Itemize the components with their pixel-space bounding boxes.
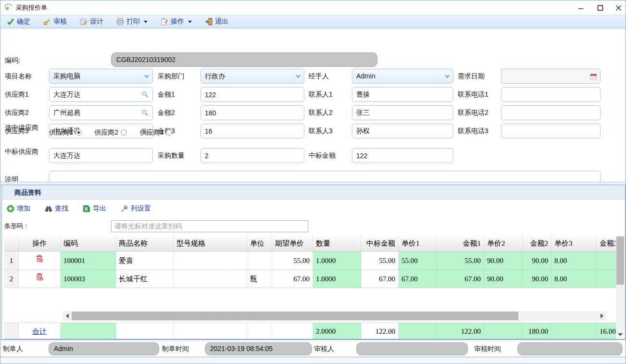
amount1-input[interactable] — [200, 87, 304, 102]
purchase-qty-input[interactable] — [200, 148, 304, 163]
cell-price3[interactable]: 8.00 — [551, 251, 597, 270]
supplier2-input[interactable] — [49, 105, 153, 120]
cell-amount2[interactable]: 90.00 — [523, 251, 551, 270]
col-header-win-amount[interactable]: 中标金额 — [361, 236, 399, 251]
find-button[interactable]: 查找 — [45, 204, 68, 213]
chevron-down-icon[interactable] — [295, 74, 301, 78]
print-dropdown-arrow-icon[interactable] — [144, 21, 148, 23]
handler-label: 经手人 — [309, 69, 329, 84]
add-row-button[interactable]: 增加 — [7, 204, 30, 213]
design-button[interactable]: 设计 — [80, 17, 103, 26]
col-header-name[interactable]: 商品名称 — [116, 236, 174, 251]
cell-code[interactable]: 100003 — [61, 270, 116, 288]
chevron-down-icon[interactable] — [144, 74, 150, 78]
trash-icon[interactable] — [36, 251, 44, 270]
cell-price2[interactable]: 90.00 — [484, 270, 523, 288]
contact3-input[interactable] — [352, 124, 453, 138]
col-header-price1[interactable]: 单价1 — [399, 236, 437, 251]
contact2-input[interactable] — [352, 105, 453, 120]
handler-combo[interactable]: Admin — [352, 69, 453, 84]
radio-option-supplier3[interactable]: 供应商3 — [140, 128, 173, 136]
cell-amount1[interactable]: 55.00 — [437, 251, 484, 270]
cell-win-amount: 55.00 — [361, 251, 399, 270]
audit-button[interactable]: 审核 — [43, 17, 67, 26]
cell-price3[interactable]: 8.00 — [551, 270, 597, 288]
title-bar: e 采购报价单 — [0, 0, 626, 15]
plus-circle-icon — [7, 205, 14, 213]
maximize-button[interactable] — [593, 2, 607, 13]
grid-scroll-left-button[interactable] — [63, 312, 72, 320]
grid-hscrollbar-thumb[interactable] — [72, 312, 518, 320]
col-header-qty[interactable]: 数量 — [313, 236, 361, 251]
col-header-unit[interactable]: 单位 — [247, 236, 272, 251]
magnifier-icon[interactable] — [141, 91, 149, 98]
radio-option-supplier2[interactable]: 供应商2 — [94, 128, 127, 136]
phone1-input[interactable] — [501, 87, 601, 102]
col-header-amount1[interactable]: 金额1 — [437, 236, 484, 251]
amount3-input[interactable] — [200, 124, 304, 138]
confirm-button[interactable]: 确定 — [7, 17, 30, 26]
action-dropdown-arrow-icon[interactable] — [188, 21, 192, 23]
cell-qty[interactable]: 1.0000 — [313, 270, 361, 288]
print-button[interactable]: 打印 — [116, 17, 148, 26]
radio-option-supplier1[interactable]: 供应商1 — [49, 128, 82, 136]
export-button[interactable]: 导出 — [83, 204, 106, 213]
cell-amount1[interactable]: 67.00 — [437, 270, 484, 288]
radio-supplier3[interactable] — [166, 129, 172, 136]
col-header-amount3[interactable]: 金额3 — [597, 236, 616, 251]
total-label-cell: 合计 — [19, 323, 61, 339]
col-header-op[interactable]: 操作 — [19, 236, 61, 251]
radio-supplier2[interactable] — [121, 129, 127, 136]
cell-amount3[interactable] — [597, 251, 616, 270]
grid-horizontal-scrollbar[interactable] — [63, 311, 606, 321]
exit-button[interactable]: 退出 — [205, 17, 228, 26]
total-amount1: 122.00 — [437, 323, 484, 339]
auditor-label: 审核人 — [314, 340, 334, 358]
col-header-code[interactable]: 编码 — [61, 236, 116, 251]
col-header-spec[interactable]: 型号规格 — [174, 236, 247, 251]
cell-price2[interactable]: 90.00 — [484, 251, 523, 270]
need-date-field[interactable] — [501, 69, 601, 84]
col-header-price2[interactable]: 单价2 — [484, 236, 523, 251]
selected-supplier-label: 选中供应商 — [5, 123, 45, 132]
project-combo[interactable]: 采购电脑 — [49, 69, 153, 84]
win-amount-input[interactable] — [352, 148, 453, 163]
bottom-strip — [0, 358, 626, 364]
cell-price1[interactable]: 55.00 — [399, 251, 437, 270]
total-link[interactable]: 合计 — [32, 327, 47, 335]
cell-amount3[interactable] — [597, 270, 616, 288]
cell-amount2[interactable]: 90.00 — [523, 270, 551, 288]
grid-vscrollbar-thumb[interactable] — [616, 237, 624, 285]
minimize-button[interactable] — [574, 2, 588, 13]
cell-qty[interactable]: 1.0000 — [313, 251, 361, 270]
action-button[interactable]: 操作 — [161, 17, 192, 26]
amount2-input[interactable] — [200, 105, 304, 120]
radio-supplier1[interactable] — [75, 129, 82, 136]
maker-field: Admin — [49, 342, 159, 355]
audit-time-label: 审核时间 — [474, 340, 501, 358]
supplier1-input[interactable] — [49, 87, 153, 102]
trash-icon[interactable] — [36, 270, 44, 288]
cell-price1[interactable]: 67.00 — [399, 270, 437, 288]
phone3-input[interactable] — [501, 124, 601, 138]
department-combo[interactable]: 行政办 — [200, 69, 304, 84]
chevron-down-icon[interactable] — [444, 74, 450, 78]
phone2-input[interactable] — [501, 105, 601, 120]
winner-supplier-input[interactable] — [49, 148, 153, 163]
grid-vertical-scrollbar[interactable] — [616, 236, 625, 339]
calendar-icon[interactable] — [590, 73, 597, 80]
col-header-price3[interactable]: 单价3 — [551, 236, 597, 251]
grid-scroll-right-button[interactable] — [598, 312, 606, 320]
column-settings-button[interactable]: 列设置 — [121, 204, 151, 213]
cell-code[interactable]: 100001 — [61, 251, 116, 270]
col-header-amount2[interactable]: 金额2 — [523, 236, 551, 251]
contact1-input[interactable] — [352, 87, 453, 102]
col-header-expected[interactable]: 期望单价 — [272, 236, 313, 251]
close-button[interactable] — [611, 2, 626, 13]
grid-scroll-down-button[interactable] — [616, 330, 625, 339]
magnifier-icon[interactable] — [141, 109, 149, 116]
note-input[interactable] — [49, 171, 601, 182]
product-toolbar: 增加 查找 导出 列设置 — [2, 200, 615, 217]
barcode-input[interactable] — [111, 220, 308, 232]
supplier1-label: 供应商1 — [5, 87, 29, 102]
